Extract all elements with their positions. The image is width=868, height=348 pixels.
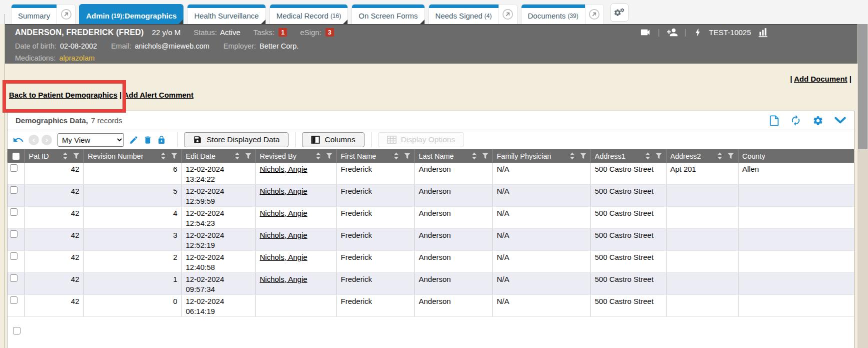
funnel-icon[interactable] <box>73 153 80 159</box>
sort-arrows-icon[interactable] <box>394 152 399 160</box>
person-add-icon[interactable] <box>666 27 678 38</box>
column-header-revised-by[interactable]: Revised By <box>256 149 336 163</box>
lock-icon[interactable] <box>157 135 166 145</box>
column-label: Revised By <box>260 152 296 160</box>
tab-label-medical-record[interactable]: Medical Record(16) <box>270 5 348 24</box>
refresh-icon[interactable] <box>790 115 802 126</box>
cell-edit-date: 12-02-202412:59:59 <box>182 185 256 207</box>
column-header-edit-date[interactable]: Edit Date <box>182 149 256 163</box>
tab-summary[interactable]: Summary <box>11 4 76 24</box>
row-checkbox[interactable] <box>10 274 18 282</box>
column-header-last-name[interactable]: Last Name <box>414 149 492 163</box>
webchart-app: SummaryAdmin(19):DemographicsHealth Surv… <box>0 0 868 348</box>
sort-arrows-icon[interactable] <box>717 152 722 160</box>
revised-by-link[interactable]: Nichols, Angie <box>260 187 308 195</box>
column-header-address2[interactable]: Address2 <box>666 149 738 163</box>
columns-button[interactable]: Columns <box>302 132 364 147</box>
funnel-icon[interactable] <box>326 153 332 159</box>
tab-medical-record[interactable]: Medical Record(16) <box>270 4 348 24</box>
add-document-link[interactable]: Add Document <box>794 75 848 83</box>
tab-count: (19) <box>112 13 122 20</box>
footer-row-checkbox[interactable] <box>13 327 20 334</box>
tab-documents[interactable]: Documents(39) <box>521 4 604 24</box>
tab-label-admin[interactable]: Admin(19):Demographics <box>80 5 183 24</box>
chevron-right-circle-icon[interactable]: › <box>42 135 52 145</box>
tab-label-summary[interactable]: Summary <box>12 5 56 24</box>
chevron-left-circle-icon[interactable]: ‹ <box>28 135 39 145</box>
revised-by-link[interactable]: Nichols, Angie <box>260 275 308 283</box>
tab-settings-button[interactable] <box>610 4 628 22</box>
cell-revision-number: 2 <box>84 251 182 273</box>
funnel-icon[interactable] <box>404 153 410 159</box>
esign-badge[interactable]: 3 <box>326 28 334 37</box>
revised-by-link[interactable]: Nichols, Angie <box>260 165 308 173</box>
funnel-icon[interactable] <box>245 153 252 159</box>
sort-arrows-icon[interactable] <box>234 152 240 160</box>
select-all-checkbox[interactable] <box>12 153 20 160</box>
row-checkbox[interactable] <box>10 252 18 260</box>
cell-first-name: Frederick <box>336 185 414 207</box>
funnel-icon[interactable] <box>580 153 586 159</box>
pencil-icon[interactable] <box>129 135 138 145</box>
view-select[interactable]: My View <box>58 133 124 147</box>
dob-label: Date of birth: <box>15 42 56 50</box>
tab-label-on-screen-forms[interactable]: On Screen Forms <box>352 5 424 24</box>
row-checkbox[interactable] <box>10 186 18 194</box>
column-header-revision-number[interactable]: Revision Number <box>84 149 182 163</box>
funnel-icon[interactable] <box>482 153 488 159</box>
revised-by-link[interactable]: Nichols, Angie <box>260 209 308 217</box>
add-alert-comment-link[interactable]: Add Alert Comment <box>124 91 194 99</box>
tab-admin[interactable]: Admin(19):Demographics <box>79 4 184 24</box>
funnel-icon[interactable] <box>656 153 662 159</box>
video-camera-icon[interactable] <box>640 27 651 38</box>
chevron-down-icon[interactable] <box>834 117 846 125</box>
sort-arrows-icon[interactable] <box>62 152 68 160</box>
undo-icon[interactable] <box>12 134 24 146</box>
funnel-icon[interactable] <box>171 153 178 159</box>
tasks-badge[interactable]: 1 <box>278 28 287 37</box>
sort-arrows-icon[interactable] <box>472 152 477 160</box>
row-checkbox[interactable] <box>10 296 18 304</box>
revised-by-link[interactable]: Nichols, Angie <box>260 231 308 239</box>
tab-label-health-surveillance[interactable]: Health Surveillance <box>188 5 265 24</box>
funnel-icon[interactable] <box>728 153 734 159</box>
back-to-demographics-link[interactable]: Back to Patient Demographics <box>9 91 118 99</box>
new-document-icon[interactable] <box>770 115 779 126</box>
tab-health-surveillance[interactable]: Health Surveillance <box>187 4 266 24</box>
column-header-county[interactable]: County <box>738 149 854 163</box>
sort-arrows-icon[interactable] <box>570 152 575 160</box>
external-link-circle-icon[interactable] <box>56 5 75 24</box>
tab-label-documents[interactable]: Documents(39) <box>522 5 585 24</box>
table-row: 42212-02-202412:40:58Nichols, AngieFrede… <box>8 251 854 273</box>
table-toolbar: ‹ › My View Store Displayed Data <box>8 130 854 149</box>
store-displayed-data-button[interactable]: Store Displayed Data <box>184 132 288 147</box>
column-header-address1[interactable]: Address1 <box>590 149 666 163</box>
tab-label-needs-signed[interactable]: Needs Signed(4) <box>429 5 498 24</box>
sort-arrows-icon[interactable] <box>645 152 650 160</box>
vertical-scrollbar[interactable] <box>858 24 868 348</box>
display-options-label: Display Options <box>401 135 456 144</box>
tab-on-screen-forms[interactable]: On Screen Forms <box>352 4 424 24</box>
external-link-circle-icon[interactable] <box>585 5 604 24</box>
bar-chart-icon[interactable] <box>758 27 768 38</box>
lightning-bolt-icon[interactable] <box>693 27 702 38</box>
cell-family-physician: N/A <box>492 273 590 295</box>
tab-needs-signed[interactable]: Needs Signed(4) <box>428 4 518 24</box>
medications-value[interactable]: alprazolam <box>59 54 94 62</box>
trash-icon[interactable] <box>143 135 152 145</box>
scrollbar-thumb[interactable] <box>858 24 868 149</box>
cell-address2 <box>666 207 738 229</box>
column-header-first-name[interactable]: First Name <box>336 149 414 163</box>
column-header-family-physician[interactable]: Family Physician <box>492 149 590 163</box>
sort-arrows-icon[interactable] <box>160 152 166 160</box>
external-link-circle-icon[interactable] <box>498 5 517 24</box>
column-header-select-all[interactable] <box>8 149 24 163</box>
sort-arrows-icon[interactable] <box>316 152 321 160</box>
row-checkbox[interactable] <box>10 208 18 216</box>
column-header-pat-id[interactable]: Pat ID <box>24 149 84 163</box>
pipe: | <box>790 75 794 83</box>
gear-icon[interactable] <box>812 115 824 126</box>
row-checkbox[interactable] <box>10 164 18 172</box>
revised-by-link[interactable]: Nichols, Angie <box>260 253 308 261</box>
row-checkbox[interactable] <box>10 230 18 238</box>
